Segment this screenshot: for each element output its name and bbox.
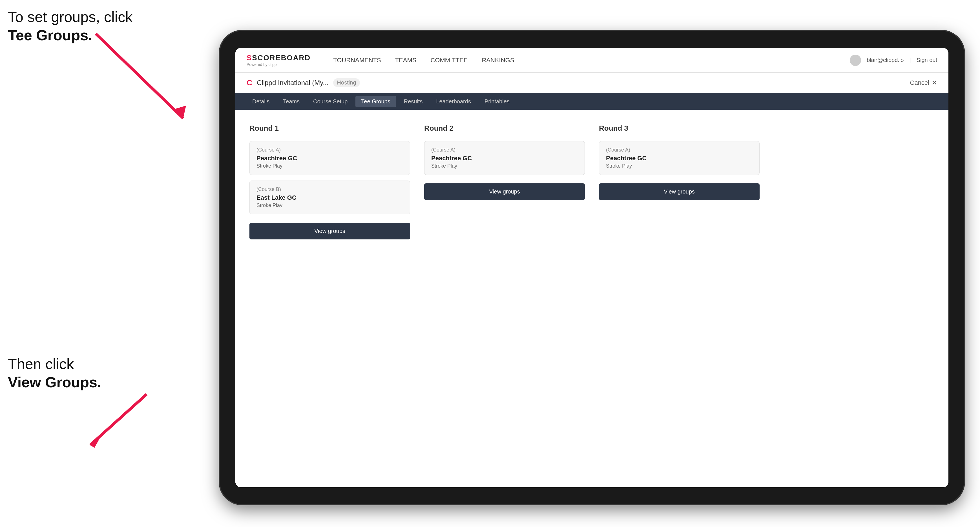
round-1-course-b-label: (Course B): [256, 186, 403, 192]
round-1-course-b-card: (Course B) East Lake GC Stroke Play: [250, 181, 410, 214]
nav-tournaments[interactable]: TOURNAMENTS: [333, 57, 381, 64]
nav-links: TOURNAMENTS TEAMS COMMITTEE RANKINGS: [333, 57, 833, 64]
svg-marker-3: [90, 435, 102, 448]
user-email: blair@clippd.io: [867, 57, 904, 63]
tab-details[interactable]: Details: [247, 96, 275, 107]
round-1-course-a-label: (Course A): [256, 147, 403, 153]
breadcrumb: C Clippd Invitational (My... Hosting: [247, 78, 360, 87]
tab-results[interactable]: Results: [398, 96, 428, 107]
tablet-screen: SSCOREBOARD Powered by clippi TOURNAMENT…: [235, 48, 948, 487]
logo-area: SSCOREBOARD Powered by clippi: [247, 54, 310, 67]
top-nav: SSCOREBOARD Powered by clippi TOURNAMENT…: [235, 48, 948, 73]
round-1-course-b-format: Stroke Play: [256, 203, 403, 208]
round-1-course-b-name: East Lake GC: [256, 194, 403, 202]
round-2-column: Round 2 (Course A) Peachtree GC Stroke P…: [424, 124, 585, 473]
avatar: [850, 55, 861, 66]
nav-committee[interactable]: COMMITTEE: [430, 57, 468, 64]
separator: |: [909, 57, 911, 63]
round-1-course-a-format: Stroke Play: [256, 163, 403, 169]
instruction-top-line2: Tee Groups.: [8, 26, 132, 44]
svg-line-2: [90, 394, 146, 445]
hosting-badge: Hosting: [333, 78, 360, 87]
instruction-top-line1: To set groups, click: [8, 8, 132, 26]
tab-tee-groups[interactable]: Tee Groups: [355, 96, 396, 107]
sign-out-link[interactable]: Sign out: [916, 57, 937, 63]
tab-leaderboards[interactable]: Leaderboards: [430, 96, 476, 107]
instruction-bottom: Then click View Groups.: [8, 355, 101, 392]
round-2-title: Round 2: [424, 124, 585, 133]
round-3-course-a-label: (Course A): [606, 147, 752, 153]
round-3-column: Round 3 (Course A) Peachtree GC Stroke P…: [599, 124, 760, 473]
instruction-top: To set groups, click Tee Groups.: [8, 8, 132, 44]
tab-printables[interactable]: Printables: [479, 96, 515, 107]
logo-text: SSCOREBOARD: [247, 54, 310, 62]
nav-right: blair@clippd.io | Sign out: [850, 55, 937, 66]
arrow-bottom: [68, 386, 158, 459]
svg-marker-1: [172, 106, 186, 118]
brand-c-icon: C: [247, 78, 252, 87]
tab-teams[interactable]: Teams: [277, 96, 305, 107]
spacer: [774, 124, 934, 473]
round-2-course-a-label: (Course A): [431, 147, 578, 153]
instruction-bottom-line1: Then click: [8, 355, 101, 373]
round-2-view-groups-button[interactable]: View groups: [424, 183, 585, 200]
round-3-course-a-name: Peachtree GC: [606, 155, 752, 162]
round-3-course-a-format: Stroke Play: [606, 163, 752, 169]
tournament-title: Clippd Invitational (My...: [257, 79, 328, 87]
round-1-title: Round 1: [250, 124, 410, 133]
logo-c-icon: S: [247, 54, 252, 62]
round-1-course-a-card: (Course A) Peachtree GC Stroke Play: [250, 141, 410, 175]
cancel-button[interactable]: Cancel ✕: [910, 79, 937, 87]
round-2-course-a-name: Peachtree GC: [431, 155, 578, 162]
round-3-view-groups-button[interactable]: View groups: [599, 183, 760, 200]
round-3-title: Round 3: [599, 124, 760, 133]
round-1-course-a-name: Peachtree GC: [256, 155, 403, 162]
close-icon: ✕: [932, 79, 937, 87]
round-1-view-groups-button[interactable]: View groups: [250, 223, 410, 240]
instruction-bottom-line2: View Groups.: [8, 373, 101, 392]
tab-course-setup[interactable]: Course Setup: [307, 96, 353, 107]
tab-bar: Details Teams Course Setup Tee Groups Re…: [235, 93, 948, 110]
svg-line-0: [96, 34, 183, 118]
round-3-course-a-card: (Course A) Peachtree GC Stroke Play: [599, 141, 760, 175]
round-2-course-a-card: (Course A) Peachtree GC Stroke Play: [424, 141, 585, 175]
round-2-course-a-format: Stroke Play: [431, 163, 578, 169]
main-content: Round 1 (Course A) Peachtree GC Stroke P…: [235, 110, 948, 487]
tablet-frame: SSCOREBOARD Powered by clippi TOURNAMENT…: [220, 31, 964, 504]
sub-header: C Clippd Invitational (My... Hosting Can…: [235, 73, 948, 93]
nav-rankings[interactable]: RANKINGS: [482, 57, 514, 64]
logo-sub: Powered by clippi: [247, 62, 310, 67]
round-1-column: Round 1 (Course A) Peachtree GC Stroke P…: [250, 124, 410, 473]
nav-teams[interactable]: TEAMS: [395, 57, 417, 64]
